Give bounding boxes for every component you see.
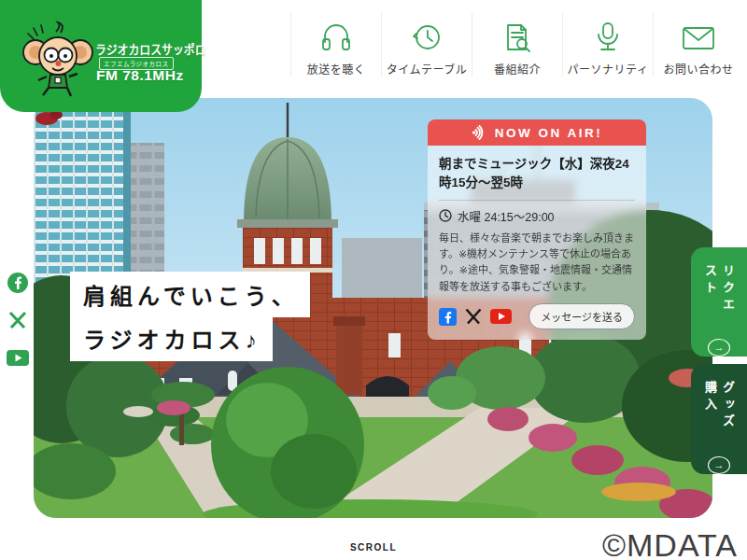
microphone-icon — [591, 16, 625, 53]
nav-item-programs[interactable]: 番組紹介 — [472, 12, 562, 77]
nav-label: タイムテーブル — [387, 61, 468, 77]
catchphrase-line1: 肩組んでいこう、 — [70, 272, 310, 317]
facebook-icon[interactable] — [7, 272, 28, 294]
clock-small-icon — [439, 209, 452, 222]
send-message-button[interactable]: メッセージを送る — [529, 303, 635, 329]
top-navigation: 放送を聴く タイムテーブル 番組紹介 — [290, 12, 743, 77]
mail-icon — [681, 16, 716, 53]
request-button[interactable]: リクエスト → — [691, 247, 747, 357]
clock-icon — [410, 16, 444, 53]
arrow-right-icon: → — [708, 456, 730, 474]
schedule-text: 水曜 24:15〜29:00 — [458, 207, 555, 225]
program-schedule: 水曜 24:15〜29:00 — [439, 207, 635, 225]
program-description: 毎日、様々な音楽で朝までお楽しみ頂きます。※機材メンテナンス等で休止の場合あり。… — [439, 231, 635, 296]
nav-label: パーソナリティ — [568, 61, 649, 77]
nav-item-personality[interactable]: パーソナリティ — [562, 12, 653, 77]
catchphrase-line2: ラジオカロス♪ — [70, 315, 273, 361]
request-label: リクエスト — [701, 264, 737, 329]
now-on-air-header: NOW ON AIR! — [428, 119, 646, 146]
facebook-icon[interactable] — [439, 308, 457, 326]
program-search-icon — [500, 16, 534, 53]
nav-item-timetable[interactable]: タイムテーブル — [381, 12, 472, 77]
youtube-icon[interactable] — [490, 309, 512, 324]
arrow-right-icon: → — [708, 339, 730, 357]
mascot-icon — [22, 21, 95, 101]
nav-item-contact[interactable]: お問い合わせ — [653, 12, 743, 77]
nav-label: お問い合わせ — [663, 61, 733, 77]
broadcast-icon — [472, 125, 487, 140]
goods-label: グッズ購入 — [701, 381, 737, 447]
now-on-air-card: NOW ON AIR! 朝までミュージック【水】深夜24時15分〜翌5時 水曜 … — [428, 119, 646, 340]
nav-label: 放送を聴く — [307, 61, 366, 77]
watermark: ©MDATA — [602, 527, 738, 560]
x-icon[interactable] — [8, 309, 27, 331]
x-icon[interactable] — [465, 308, 482, 325]
goods-purchase-button[interactable]: グッズ購入 → — [691, 364, 747, 474]
nav-item-listen[interactable]: 放送を聴く — [290, 12, 381, 77]
headphones-icon — [319, 16, 353, 53]
station-name: ラジオカロスサッポロ — [95, 39, 206, 58]
now-on-air-label: NOW ON AIR! — [495, 126, 603, 140]
station-frequency: FM 78.1MHz — [96, 67, 184, 84]
now-on-air-footer: メッセージを送る — [439, 303, 635, 329]
nav-label: 番組紹介 — [494, 61, 541, 77]
station-logo[interactable]: ラジオカロスサッポロ エフエムラジオカロス FM 78.1MHz — [0, 0, 202, 112]
youtube-icon[interactable] — [7, 346, 29, 369]
program-title[interactable]: 朝までミュージック【水】深夜24時15分〜翌5時 — [439, 155, 635, 201]
left-social-links — [7, 272, 29, 369]
now-on-air-body: 朝までミュージック【水】深夜24時15分〜翌5時 水曜 24:15〜29:00 … — [428, 146, 646, 340]
